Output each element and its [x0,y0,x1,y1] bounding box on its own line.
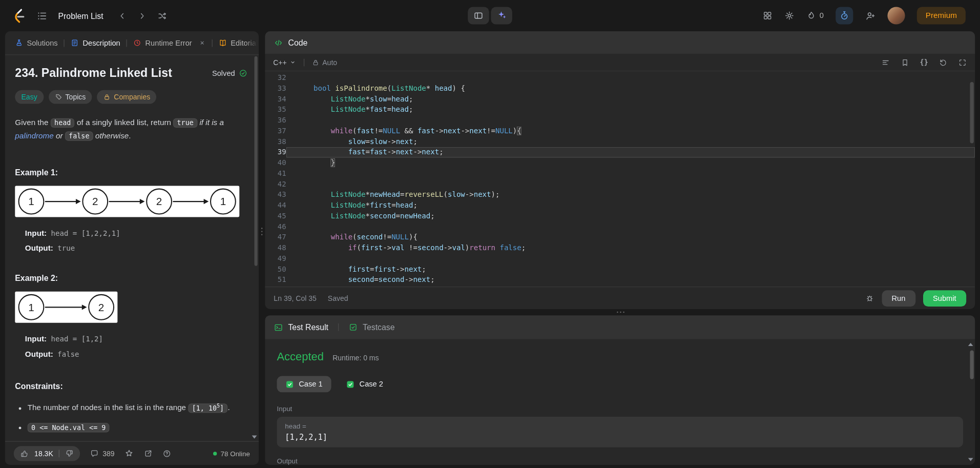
invite-friends-button[interactable] [865,10,876,21]
daily-streak[interactable]: 0 [806,11,824,21]
code-line[interactable]: 50 first=first->next; [265,264,975,275]
code-line[interactable]: 44 ListNode*first=head; [265,200,975,211]
submit-button[interactable]: Submit [923,290,967,307]
examples-section: Example 1:1221Input: head = [1,2,2,1]Out… [15,168,247,360]
reset-code-icon[interactable] [939,58,947,67]
code-line[interactable]: 45 ListNode*second=newHead; [265,211,975,221]
journal-icon [37,10,48,21]
input-value-box[interactable]: head = [1,2,2,1] [277,417,963,447]
horizontal-resizer[interactable] [265,309,975,315]
code-line[interactable]: 49 [265,253,975,264]
help-icon[interactable] [163,449,172,458]
code-line[interactable]: 47 while(second!=NULL){ [265,232,975,243]
problem-scrollbar-thumb[interactable] [255,56,258,266]
random-question-button[interactable] [158,11,167,20]
auto-toggle[interactable]: Auto [311,58,337,66]
scroll-up-arrow-icon[interactable] [968,343,973,346]
code-editor[interactable]: 3233 bool isPalindrome(ListNode* head) {… [265,71,975,287]
resizer-dots-icon [261,231,262,232]
code-line[interactable]: 32 [265,73,975,84]
code-line[interactable]: 51 second=second->next; [265,275,975,286]
comment-count: 389 [102,450,114,457]
code-line[interactable]: 41 [265,168,975,179]
code-line[interactable]: 42 [265,179,975,190]
user-avatar[interactable] [887,7,905,24]
thumbs-up-icon[interactable] [20,449,29,458]
difficulty-badge[interactable]: Easy [15,90,44,104]
save-status: Saved [328,294,348,302]
problem-content[interactable]: 234. Palindrome Linked List Solved Easy … [5,55,259,441]
code-line[interactable]: 40 } [265,158,975,169]
line-number: 50 [265,264,286,275]
panel-layout-icon [473,11,484,21]
text-segment: The number of nodes in the list is in th… [28,403,189,412]
tab-runtime-error[interactable]: Runtime Error [133,38,205,47]
title-row: 234. Palindrome Linked List Solved [15,66,247,80]
leetcode-logo[interactable] [10,8,27,24]
vertical-resizer[interactable] [259,31,265,465]
tab-description[interactable]: Description [71,38,120,47]
case-chip-2[interactable]: Case 2 [338,376,392,393]
code-line[interactable]: 48 if(first->val !=second->val)return fa… [265,243,975,254]
tab-testcase[interactable]: Testcase [363,322,395,332]
close-icon[interactable] [199,39,205,46]
problem-list-menu-button[interactable] [37,10,48,21]
inline-code-chip: true [173,118,197,128]
layout-panels-button[interactable] [468,7,489,24]
code-line[interactable]: 39 fast=fast->next->next; [265,147,975,158]
line-number: 33 [265,83,286,94]
settings-button[interactable] [784,11,795,21]
ai-assistant-button[interactable] [491,7,512,24]
code-line[interactable]: 52 } [265,286,975,287]
problem-list-link[interactable]: Problem List [58,11,103,20]
prev-question-button[interactable] [118,11,127,20]
scroll-down-arrow-icon[interactable] [252,436,257,439]
code-line[interactable]: 46 [265,221,975,232]
timer-button[interactable] [836,7,853,24]
console-scrollbar-thumb[interactable] [970,351,973,379]
scroll-down-arrow-icon[interactable] [968,458,973,461]
debug-bug-icon[interactable] [865,293,874,302]
format-code-icon[interactable] [881,58,890,67]
online-indicator: 78 Online [213,450,250,457]
editor-scrollbar-thumb[interactable] [970,82,973,144]
code-line[interactable]: 35 ListNode*fast=head; [265,105,975,115]
comments-button[interactable]: 389 [90,449,115,458]
apps-grid-button[interactable] [763,11,773,21]
code-line[interactable]: 33 bool isPalindrome(ListNode* head) { [265,83,975,94]
run-button[interactable]: Run [882,290,915,307]
example-output: Output: false [25,349,247,360]
tab-solutions[interactable]: Solutions [15,38,57,47]
comment-icon [90,449,99,458]
code-line[interactable]: 38 slow=slow->next; [265,136,975,147]
example-block: Example 1:1221Input: head = [1,2,2,1]Out… [15,168,247,255]
premium-button[interactable]: Premium [917,7,966,24]
code-line[interactable]: 36 [265,115,975,126]
cursor-position: Ln 39, Col 35 [274,294,316,302]
tab-editorial[interactable]: Editorial [219,38,258,47]
case-chip-1[interactable]: Case 1 [277,376,331,393]
text-segment: or [54,131,65,140]
companies-pill[interactable]: Companies [97,90,156,104]
star-icon[interactable] [124,449,134,458]
code-tab-label[interactable]: Code [288,38,307,47]
tab-divider [212,39,213,47]
share-icon[interactable] [144,449,153,458]
case-label: Case 2 [360,380,383,389]
code-line[interactable]: 34 ListNode*slow=head; [265,94,975,105]
thumbs-down-icon[interactable] [65,449,74,458]
inline-link[interactable]: palindrome [15,131,53,140]
tab-label: Editorial [231,38,258,47]
line-number: 42 [265,179,286,190]
tab-test-result[interactable]: Test Result [288,322,328,332]
bookmark-icon[interactable] [901,58,909,67]
topics-pill[interactable]: Topics [49,90,92,104]
fullscreen-icon[interactable] [958,58,967,67]
language-selector[interactable]: C++ [273,58,296,66]
next-question-button[interactable] [138,11,147,20]
code-tag-icon [274,38,283,47]
code-line[interactable]: 37 while(fast!=NULL && fast->next->next!… [265,126,975,136]
braces-icon[interactable]: {} [920,58,928,67]
problem-footer: 18.3K 389 78 Online [5,441,259,465]
code-line[interactable]: 43 ListNode*newHead=reverseLL(slow->next… [265,190,975,200]
